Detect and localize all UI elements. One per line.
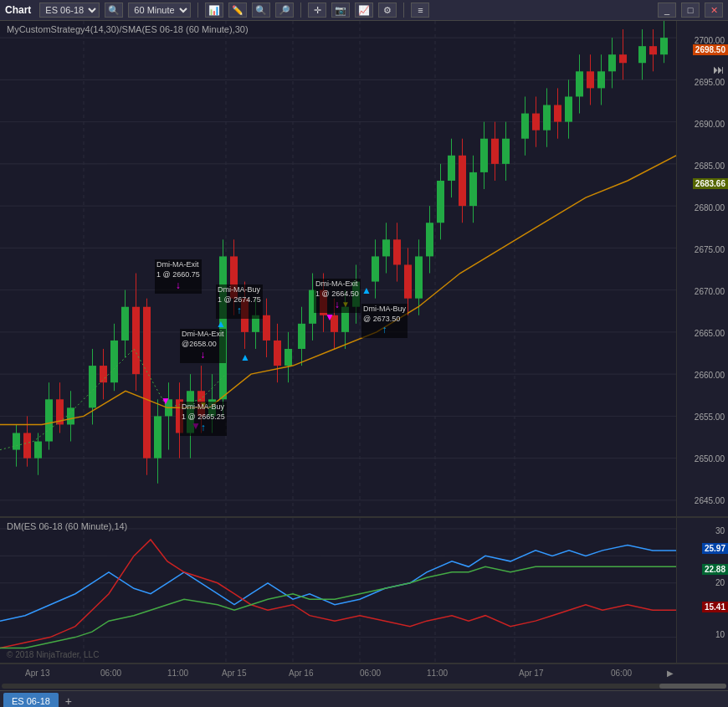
close-btn[interactable]: ✕ bbox=[705, 3, 723, 18]
date-06-2: 06:00 bbox=[360, 669, 381, 678]
bar-type-btn[interactable]: 📊 bbox=[205, 3, 223, 18]
price-level-2695: 2695.00 bbox=[695, 78, 725, 87]
date-axis: Apr 13 06:00 11:00 Apr 15 Apr 16 06:00 1… bbox=[0, 663, 728, 682]
dmi-price-axis: 30 20 10 25.97 22.88 15.41 bbox=[676, 518, 728, 663]
date-apr13: Apr 13 bbox=[25, 669, 49, 678]
annotation-dmi-exit-1: Dmi-MA-Exit1 @ 2660.75 ↓ bbox=[155, 259, 202, 294]
current-price-badge: 2698.50 bbox=[693, 44, 728, 55]
main-chart: MyCustomStrategy4(14,30)/SMA(ES 06-18 (6… bbox=[0, 21, 728, 517]
price-axis: 2700.00 2695.00 2690.00 2685.00 2680.00 … bbox=[676, 21, 728, 516]
chart-title: MyCustomStrategy4(14,30)/SMA(ES 06-18 (6… bbox=[7, 24, 249, 34]
price-level-2655: 2655.00 bbox=[695, 412, 725, 422]
dmi-panel: DM(ES 06-18 (60 Minute),14) 30 20 10 25.… bbox=[0, 517, 728, 663]
timeframe-select[interactable]: 60 Minute bbox=[128, 3, 191, 18]
price-level-2690: 2690.00 bbox=[695, 120, 725, 129]
title-bar: Chart ES 06-18 🔍 60 Minute 📊 ✏️ 🔍 🔎 ✛ 📷 … bbox=[0, 0, 728, 21]
copyright: © 2018 NinjaTrader, LLC bbox=[7, 650, 99, 659]
dmi-red-value: 15.41 bbox=[702, 602, 728, 612]
annotation-dmi-exit-2: Dmi-MA-Exit@2658.00 ↓ bbox=[180, 329, 226, 363]
scroll-thumb[interactable] bbox=[659, 684, 726, 689]
add-tab-btn[interactable]: + bbox=[60, 693, 77, 707]
date-06-1: 06:00 bbox=[100, 669, 121, 678]
maximize-btn[interactable]: □ bbox=[681, 3, 700, 18]
dmi-blue-value: 25.97 bbox=[702, 543, 728, 554]
separator3 bbox=[403, 3, 404, 18]
minimize-btn[interactable]: _ bbox=[658, 3, 676, 18]
crosshair-btn[interactable]: ✛ bbox=[308, 3, 326, 18]
annotation-dmi-exit-3: Dmi-MA-Exit1 @ 2664.50 ↓ bbox=[314, 279, 361, 313]
price-level-2665: 2665.00 bbox=[695, 329, 725, 338]
app-label: Chart bbox=[5, 4, 31, 16]
annotation-dmi-buy-2: Dmi-MA-Buy1 @ 2665.25 ↑ bbox=[180, 402, 227, 436]
price-level-2685: 2685.00 bbox=[695, 161, 725, 171]
scrollbar[interactable] bbox=[0, 682, 728, 690]
date-apr15: Apr 15 bbox=[222, 669, 246, 678]
zoom-in-btn[interactable]: 🔍 bbox=[252, 3, 270, 18]
more-btn[interactable]: ⚙ bbox=[378, 3, 397, 18]
instrument-select[interactable]: ES 06-18 bbox=[39, 3, 100, 18]
annotation-dmi-buy-1: Dmi-MA-Buy1 @ 2674.75 ↑ bbox=[216, 284, 263, 319]
draw-btn[interactable]: ✏️ bbox=[228, 3, 247, 18]
zoom-out-btn[interactable]: 🔎 bbox=[275, 3, 294, 18]
date-apr17: Apr 17 bbox=[519, 669, 543, 678]
date-apr16: Apr 16 bbox=[289, 669, 313, 678]
date-11-1: 11:00 bbox=[167, 669, 188, 678]
dmi-green-value: 22.88 bbox=[702, 564, 728, 575]
sma-price-badge: 2683.66 bbox=[693, 178, 728, 189]
date-11-2: 11:00 bbox=[427, 669, 448, 678]
strategy-btn[interactable]: 📈 bbox=[355, 3, 373, 18]
price-level-2680: 2680.00 bbox=[695, 203, 725, 213]
price-level-2660: 2660.00 bbox=[695, 371, 725, 380]
scroll-right-btn[interactable]: ▶ bbox=[667, 669, 674, 678]
separator2 bbox=[300, 3, 301, 18]
scroll-track[interactable] bbox=[2, 684, 726, 689]
annotation-dmi-buy-3: Dmi-MA-Buy@ 2673.50 ↑ bbox=[361, 304, 408, 338]
dmi-title: DM(ES 06-18 (60 Minute),14) bbox=[7, 521, 127, 531]
price-level-2645: 2645.00 bbox=[695, 496, 725, 505]
dmi-level-30: 30 bbox=[715, 526, 725, 535]
tab-es-06-18[interactable]: ES 06-18 bbox=[3, 693, 59, 707]
screenshot-btn[interactable]: 📷 bbox=[331, 3, 350, 18]
tab-bar: ES 06-18 + bbox=[0, 690, 728, 707]
date-06-3: 06:00 bbox=[611, 669, 632, 678]
dmi-level-20: 20 bbox=[715, 578, 725, 587]
separator bbox=[197, 3, 198, 18]
search-btn[interactable]: 🔍 bbox=[105, 3, 123, 18]
price-level-2675: 2675.00 bbox=[695, 245, 725, 254]
nav-arrow[interactable]: ⏭ bbox=[713, 63, 725, 76]
dmi-level-10: 10 bbox=[715, 630, 725, 639]
price-level-2670: 2670.00 bbox=[695, 287, 725, 296]
settings-btn[interactable]: ≡ bbox=[411, 3, 429, 18]
price-level-2650: 2650.00 bbox=[695, 454, 725, 464]
